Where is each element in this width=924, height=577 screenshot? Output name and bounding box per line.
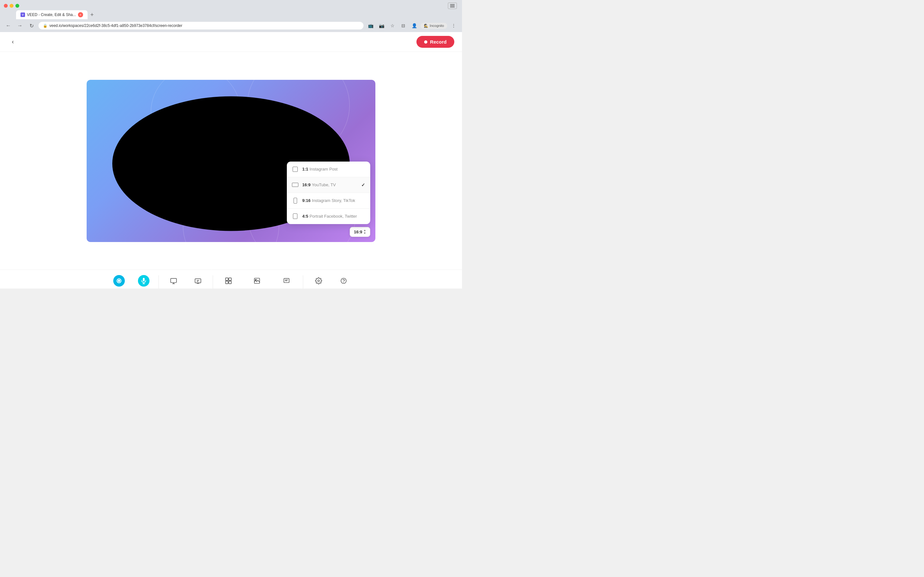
svg-point-18 [255, 279, 257, 280]
toolbar-item-background[interactable]: Background [241, 273, 273, 288]
camera-label: Camera [113, 288, 125, 288]
toolbar-item-screen[interactable]: Screen [162, 273, 186, 288]
incognito-label: Incognito [430, 24, 444, 27]
sidebar-browser-icon[interactable]: ⊟ [399, 21, 408, 30]
themes-icon [223, 275, 234, 287]
profile-icon[interactable]: 👤 [410, 21, 419, 30]
aspect-ratio-button[interactable]: 16:9 ▲ ▼ [350, 227, 370, 237]
title-bar [0, 0, 462, 9]
incognito-badge: 🕵️ Incognito [421, 23, 447, 29]
background-label: Background [248, 288, 267, 288]
help-icon [338, 275, 349, 287]
svg-rect-13 [226, 278, 228, 280]
prompter-icon [281, 275, 292, 287]
maximize-window-button[interactable] [15, 4, 19, 8]
tab-close-button[interactable]: × [78, 12, 83, 17]
settings-icon [313, 275, 325, 287]
ratio-1-1-label: 1:1Instagram Post [302, 167, 365, 171]
back-browser-button[interactable]: ← [4, 21, 13, 30]
slides-icon [192, 275, 204, 287]
toolbar-item-settings[interactable]: Settings [306, 273, 331, 288]
aspect-chevrons-icon: ▲ ▼ [363, 229, 366, 235]
tab-title: VEED - Create, Edit & Sha... [27, 13, 76, 17]
svg-rect-9 [171, 279, 176, 283]
preview-canvas: 1:1Instagram Post 16:9YouTube, TV ✓ [87, 80, 375, 242]
camera-icon [113, 275, 125, 287]
toolbar-item-slides[interactable]: Slides [186, 273, 210, 288]
svg-rect-15 [226, 281, 228, 284]
ratio-icon-portrait [292, 213, 298, 219]
aspect-ratio-dropdown: 1:1Instagram Post 16:9YouTube, TV ✓ [287, 161, 370, 224]
screen-label: Screen [168, 288, 179, 288]
address-bar[interactable]: 🔒 veed.io/workspaces/22ce6d2f-38c5-4df1-… [39, 22, 363, 29]
toolbar-divider-2 [213, 276, 213, 288]
reload-button[interactable]: ↻ [27, 21, 36, 30]
audio-label: Audio [139, 288, 149, 288]
toolbar-item-prompter[interactable]: Prompter [273, 273, 300, 288]
tab-favicon: V [21, 13, 25, 17]
new-tab-button[interactable]: + [87, 10, 97, 19]
audio-icon [138, 275, 150, 287]
url-text: veed.io/workspaces/22ce6d2f-38c5-4df1-a8… [49, 23, 359, 28]
preview-area: 1:1Instagram Post 16:9YouTube, TV ✓ [0, 52, 462, 269]
browser-icons: 📺 📷 ☆ ⊟ 👤 🕵️ Incognito ⋮ [366, 21, 458, 30]
settings-label: Settings [312, 288, 325, 288]
toolbar-item-help[interactable]: Help [331, 273, 356, 288]
forward-browser-button[interactable]: → [15, 21, 24, 30]
record-label: Record [430, 39, 447, 45]
lock-icon: 🔒 [43, 24, 47, 28]
toolbar-divider-1 [158, 276, 159, 288]
incognito-icon: 🕵️ [424, 24, 428, 28]
toolbar-item-audio[interactable]: Audio [132, 273, 156, 288]
back-button[interactable]: ‹ [8, 37, 18, 47]
svg-rect-19 [284, 279, 289, 283]
ratio-icon-tall [292, 197, 298, 204]
cast-icon[interactable]: 📺 [366, 21, 375, 30]
svg-rect-2 [450, 7, 455, 7]
svg-rect-16 [229, 281, 231, 284]
top-bar: ‹ Record [0, 32, 462, 52]
bottom-toolbar: Camera Audio Screen Slides [0, 269, 462, 288]
svg-point-5 [118, 280, 120, 282]
star-icon[interactable]: ☆ [388, 21, 397, 30]
svg-rect-0 [450, 4, 455, 5]
browser-chrome: V VEED - Create, Edit & Sha... × + ← → ↻… [0, 0, 462, 32]
close-window-button[interactable] [4, 4, 8, 8]
screen-icon [168, 275, 179, 287]
svg-rect-14 [229, 278, 231, 280]
active-tab[interactable]: V VEED - Create, Edit & Sha... × [16, 10, 87, 19]
tab-bar: V VEED - Create, Edit & Sha... × + [0, 9, 462, 19]
more-options-icon[interactable]: ⋮ [449, 21, 458, 30]
prompter-label: Prompter [279, 288, 294, 288]
svg-rect-6 [143, 278, 145, 282]
toolbar-item-camera[interactable]: Camera [106, 273, 132, 288]
svg-point-22 [318, 280, 320, 282]
svg-rect-1 [450, 5, 455, 6]
record-dot-icon [424, 40, 427, 44]
aspect-ratio-1-1[interactable]: 1:1Instagram Post [287, 161, 370, 177]
aspect-ratio-value: 16:9 [354, 229, 362, 234]
aspect-ratio-9-16[interactable]: 9:16Instagram Story, TikTok [287, 193, 370, 208]
toolbar-divider-3 [303, 276, 303, 288]
aspect-ratio-4-5[interactable]: 4:5Portrait Facebook, Twitter [287, 208, 370, 224]
toolbar-item-themes[interactable]: Themes [216, 273, 241, 288]
camera-browser-icon[interactable]: 📷 [377, 21, 386, 30]
ratio-9-16-label: 9:16Instagram Story, TikTok [302, 198, 365, 203]
minimize-window-button[interactable] [10, 4, 13, 8]
address-bar-row: ← → ↻ 🔒 veed.io/workspaces/22ce6d2f-38c5… [0, 19, 462, 32]
record-button[interactable]: Record [417, 36, 454, 48]
svg-rect-10 [195, 279, 201, 283]
background-icon [251, 275, 263, 287]
help-label: Help [340, 288, 347, 288]
ratio-icon-square [292, 166, 298, 172]
window-manage-icon[interactable] [448, 3, 457, 9]
themes-label: Themes [222, 288, 235, 288]
app-content: ‹ Record 1:1Instagram [0, 32, 462, 288]
ratio-icon-wide [292, 182, 298, 188]
ratio-4-5-label: 4:5Portrait Facebook, Twitter [302, 214, 365, 219]
svg-point-23 [341, 278, 347, 284]
aspect-ratio-16-9[interactable]: 16:9YouTube, TV ✓ [287, 177, 370, 193]
traffic-lights [4, 4, 19, 8]
ratio-16-9-label: 16:9YouTube, TV [302, 182, 357, 187]
selected-check-icon: ✓ [361, 182, 365, 187]
